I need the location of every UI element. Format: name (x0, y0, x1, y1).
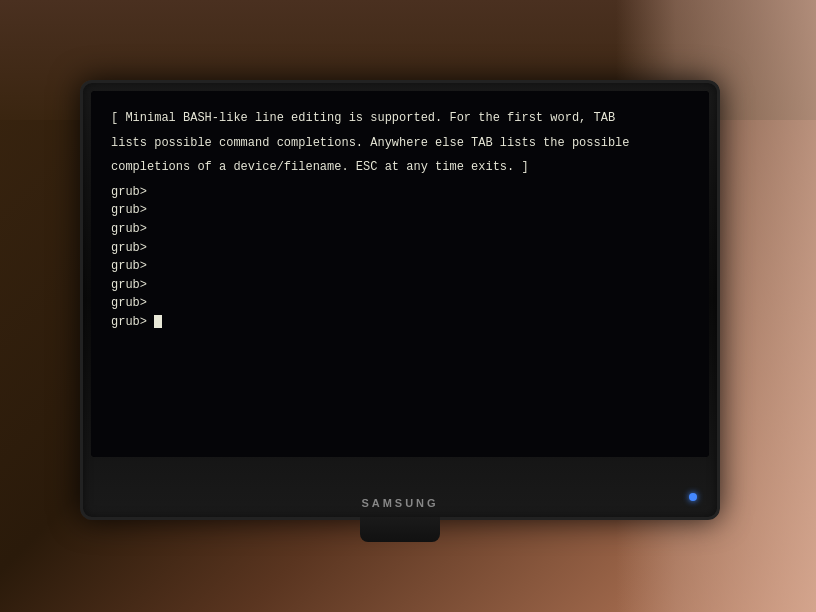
grub-info-line1: [ Minimal BASH-like line editing is supp… (111, 109, 689, 128)
monitor-brand: SAMSUNG (361, 497, 438, 509)
terminal-screen: [ Minimal BASH-like line editing is supp… (91, 91, 709, 457)
grub-prompt-7: grub> (111, 294, 689, 313)
grub-prompt-3: grub> (111, 220, 689, 239)
grub-prompt-active[interactable]: grub> (111, 313, 689, 332)
terminal-cursor (154, 315, 162, 328)
monitor: [ Minimal BASH-like line editing is supp… (80, 80, 720, 520)
grub-prompt-6: grub> (111, 276, 689, 295)
grub-info-line2: lists possible command completions. Anyw… (111, 134, 689, 153)
grub-info-line3: completions of a device/filename. ESC at… (111, 158, 689, 177)
monitor-bezel: [ Minimal BASH-like line editing is supp… (91, 91, 709, 457)
grub-prompt-4: grub> (111, 239, 689, 258)
grub-prompt-5: grub> (111, 257, 689, 276)
grub-prompt-2: grub> (111, 201, 689, 220)
monitor-stand (360, 517, 440, 542)
grub-prompt-1: grub> (111, 183, 689, 202)
power-led (689, 493, 697, 501)
